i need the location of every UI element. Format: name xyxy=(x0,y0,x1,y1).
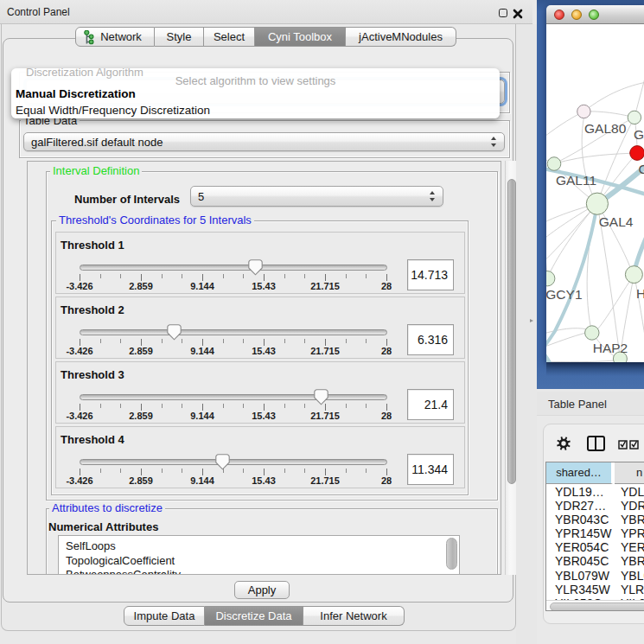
svg-text:HAP2: HAP2 xyxy=(593,341,628,355)
svg-text:GAL80: GAL80 xyxy=(584,121,627,136)
svg-text:GAL4: GAL4 xyxy=(599,214,634,229)
svg-text:GAL11: GAL11 xyxy=(556,173,596,188)
svg-text:H: H xyxy=(636,286,644,301)
svg-text:C: C xyxy=(638,162,644,176)
svg-text:GA: GA xyxy=(634,127,644,142)
svg-text:GCY1: GCY1 xyxy=(546,287,583,302)
